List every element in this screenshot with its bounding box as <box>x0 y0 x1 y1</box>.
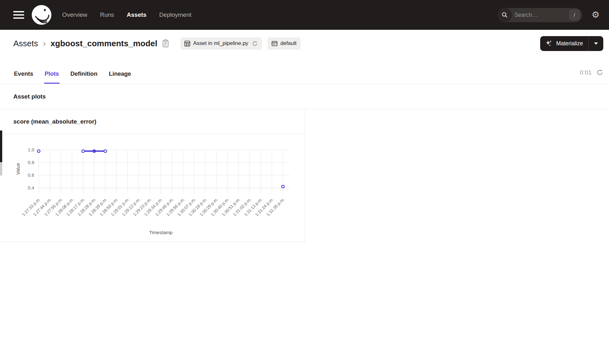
svg-text:Timestamp: Timestamp <box>149 230 173 235</box>
screen-edge-artifact-gray <box>0 162 2 176</box>
section-title: Asset plots <box>0 84 609 109</box>
svg-text:Value: Value <box>15 163 21 175</box>
asset-table-icon <box>184 41 190 47</box>
clipboard-icon <box>162 39 169 48</box>
svg-text:0.8: 0.8 <box>28 160 34 165</box>
global-search[interactable]: / <box>498 8 582 22</box>
nav-item-deployment[interactable]: Deployment <box>159 11 191 18</box>
materialize-dropdown-button[interactable] <box>589 36 603 51</box>
nav-item-assets[interactable]: Assets <box>127 11 147 18</box>
primary-nav: Overview Runs Assets Deployment <box>62 11 191 18</box>
svg-text:1.0: 1.0 <box>28 147 34 152</box>
svg-text:0.6: 0.6 <box>28 173 34 178</box>
octopus-logo-icon <box>32 5 51 25</box>
asset-plot-chart: 1.00.80.60.41:27:33 p.m.1:27:44 p.m.1:27… <box>0 134 305 242</box>
plot-title: score (mean_absolute_error) <box>0 109 305 134</box>
search-input[interactable] <box>512 12 569 18</box>
asset-definition-tag-label: Asset in ml_pipeline.py <box>193 40 248 47</box>
screen-edge-artifact-dark <box>0 131 2 162</box>
nav-item-overview[interactable]: Overview <box>62 11 87 18</box>
sparkles-icon <box>545 40 553 47</box>
tab-events[interactable]: Events <box>13 70 34 84</box>
asset-plot-card: score (mean_absolute_error) 1.00.80.60.4… <box>0 109 305 242</box>
code-location-tag-label: default <box>280 40 297 47</box>
asset-tabs: Events Plots Definition Lineage 0:01 <box>0 57 609 84</box>
breadcrumb-assets-link[interactable]: Assets <box>13 39 38 48</box>
dagster-logo[interactable] <box>32 5 51 25</box>
refresh-countdown: 0:01 <box>580 69 592 76</box>
asset-tags: Asset in ml_pipeline.py default <box>180 37 301 50</box>
refresh-icon[interactable] <box>596 69 603 76</box>
nav-item-runs[interactable]: Runs <box>100 11 114 18</box>
tab-lineage[interactable]: Lineage <box>108 70 132 84</box>
breadcrumb-separator-icon: › <box>43 39 46 48</box>
settings-gear-icon[interactable]: ⚙ <box>592 10 599 19</box>
tab-definition[interactable]: Definition <box>70 70 98 84</box>
code-location-tag[interactable]: default <box>267 37 301 50</box>
search-icon <box>498 8 512 22</box>
asset-definition-tag[interactable]: Asset in ml_pipeline.py <box>180 37 262 50</box>
svg-text:0.4: 0.4 <box>28 185 34 190</box>
top-nav: Overview Runs Assets Deployment / ⚙ <box>0 0 609 30</box>
materialize-split-button: Materialize <box>540 36 603 51</box>
tab-plots[interactable]: Plots <box>44 70 60 84</box>
reload-definition-icon[interactable] <box>252 41 258 47</box>
asset-header: Assets › xgboost_comments_model Asset in… <box>0 30 609 57</box>
slash-shortcut-badge: / <box>569 10 580 20</box>
materialize-button[interactable]: Materialize <box>540 36 588 51</box>
copy-asset-name-button[interactable] <box>162 39 169 48</box>
menu-icon[interactable] <box>13 11 24 19</box>
asset-name: xgboost_comments_model <box>50 39 157 48</box>
materialize-button-label: Materialize <box>556 40 583 47</box>
caret-down-icon <box>594 42 598 45</box>
code-location-icon <box>272 41 278 47</box>
